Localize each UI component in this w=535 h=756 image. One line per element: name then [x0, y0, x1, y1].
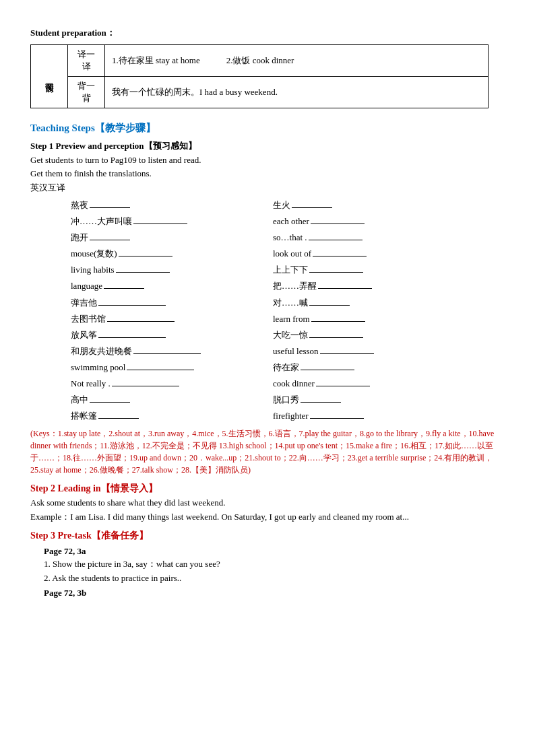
vocab-item: 高中 [71, 392, 273, 407]
step2-line2: Example：I am Lisa. I did many things las… [30, 511, 505, 523]
prep-row1-sub: 译一译 [68, 45, 105, 77]
vocab-item: cook dinner [273, 376, 475, 391]
step1-header: Step 1 Preview and perception【预习感知】 [30, 140, 505, 152]
vocab-item: firefighter [273, 409, 475, 423]
vocab-item: 放风筝 [71, 328, 273, 343]
vocab-item: 跑开 [71, 230, 273, 245]
vocab-item: learn from [273, 312, 475, 327]
vocab-item: useful lesson [273, 344, 475, 359]
teaching-steps-title: Teaching Steps【教学步骤】 [30, 122, 505, 135]
vocab-item: mouse(复数) [71, 246, 273, 261]
vocab-item: each other [273, 214, 475, 229]
step1-line2: Get them to finish the translations. [30, 168, 505, 179]
section-prep-title: Student preparation： [30, 27, 505, 39]
step3-item2: 2. Ask the students to practice in pairs… [44, 573, 505, 584]
vocab-item: swimming pool [71, 360, 273, 375]
vocab-item: look out of [273, 246, 475, 261]
step3-page2: Page 72, 3b [44, 588, 505, 598]
prep-table: 课前预习 译一译 1.待在家里 stay at home 2.做饭 cook d… [30, 44, 489, 108]
vocab-item: 对……喊 [273, 296, 475, 310]
vocab-item: 脱口秀 [273, 392, 475, 407]
vocab-item: 和朋友共进晚餐 [71, 344, 273, 359]
vocab-item: 弹吉他 [71, 296, 273, 310]
vocab-item: Not really . [71, 376, 273, 391]
vocab-item: 去图书馆 [71, 312, 273, 327]
vocab-item: 搭帐篷 [71, 409, 273, 423]
vocab-item: so…that . [273, 230, 475, 245]
vocab-item: living habits [71, 263, 273, 277]
vocab-item: 把……弄醒 [273, 279, 475, 294]
step2-line1: Ask some students to share what they did… [30, 497, 505, 508]
prep-row2-content: 我有一个忙碌的周末。I had a busy weekend. [105, 77, 489, 108]
vocab-item: 熬夜 [71, 198, 273, 213]
prep-row1-content: 1.待在家里 stay at home 2.做饭 cook dinner [105, 45, 489, 77]
prep-label: 课前预习 [31, 45, 68, 108]
vocab-item: 生火 [273, 198, 475, 213]
vocab-item: 大吃一惊 [273, 328, 475, 343]
keys-text: (Keys：1.stay up late，2.shout at，3.run aw… [30, 427, 505, 476]
vocab-item: 待在家 [273, 360, 475, 375]
step3-item1: 1. Show the picture in 3a, say：what can … [44, 558, 505, 570]
step1-line1: Get students to turn to Pag109 to listen… [30, 155, 505, 166]
step3-title: Step 3 Pre-task【准备任务】 [30, 530, 505, 542]
step1-line3: 英汉互译 [30, 182, 505, 194]
vocab-item: 上上下下 [273, 263, 475, 277]
step2-title: Step 2 Leading in【情景导入】 [30, 483, 505, 495]
vocab-item: 冲……大声叫嚷 [71, 214, 273, 229]
step3-page1: Page 72, 3a [44, 546, 505, 557]
prep-row2-sub: 背一背 [68, 77, 105, 108]
vocab-item: language [71, 279, 273, 294]
vocab-grid: 熬夜 生火 冲……大声叫嚷 each other 跑开 so…that . mo… [71, 198, 505, 423]
